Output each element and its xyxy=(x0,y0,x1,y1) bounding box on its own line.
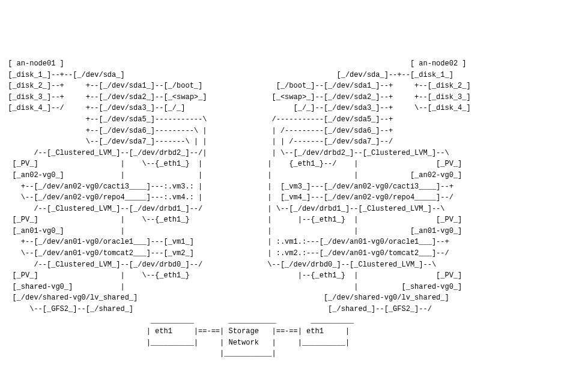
storage-topology-ascii-diagram: [ an-node01 ] [ an-node02 ] [_disk_1_]--… xyxy=(0,56,564,362)
